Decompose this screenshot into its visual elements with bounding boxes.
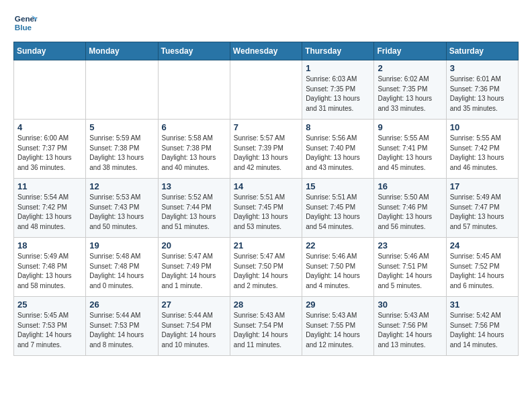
cell-info: Sunrise: 5:51 AMSunset: 7:45 PMDaylight:… [234, 193, 298, 232]
calendar-cell: 15Sunrise: 5:51 AMSunset: 7:45 PMDayligh… [302, 179, 374, 238]
calendar-cell: 4Sunrise: 6:00 AMSunset: 7:37 PMDaylight… [14, 120, 86, 179]
day-number: 28 [234, 300, 298, 310]
logo-icon: General Blue [13, 11, 38, 35]
day-number: 4 [17, 122, 82, 132]
calendar-cell: 23Sunrise: 5:46 AMSunset: 7:51 PMDayligh… [374, 238, 446, 297]
day-number: 1 [306, 63, 370, 73]
calendar-cell: 20Sunrise: 5:47 AMSunset: 7:49 PMDayligh… [158, 238, 230, 297]
week-row-1: 1Sunrise: 6:03 AMSunset: 7:35 PMDaylight… [14, 60, 519, 120]
week-row-4: 18Sunrise: 5:49 AMSunset: 7:48 PMDayligh… [14, 238, 519, 297]
calendar-cell: 6Sunrise: 5:58 AMSunset: 7:38 PMDaylight… [158, 120, 230, 179]
cell-info: Sunrise: 5:44 AMSunset: 7:53 PMDaylight:… [89, 311, 154, 350]
calendar-cell: 25Sunrise: 5:45 AMSunset: 7:53 PMDayligh… [14, 297, 86, 356]
calendar-cell: 12Sunrise: 5:53 AMSunset: 7:43 PMDayligh… [86, 179, 158, 238]
weekday-header-thursday: Thursday [302, 42, 374, 60]
calendar-cell [158, 60, 230, 120]
cell-info: Sunrise: 5:43 AMSunset: 7:55 PMDaylight:… [306, 311, 370, 350]
calendar-cell: 7Sunrise: 5:57 AMSunset: 7:39 PMDaylight… [230, 120, 302, 179]
day-number: 5 [89, 122, 154, 132]
day-number: 23 [378, 240, 442, 250]
cell-info: Sunrise: 5:49 AMSunset: 7:47 PMDaylight:… [450, 193, 515, 232]
calendar-cell: 17Sunrise: 5:49 AMSunset: 7:47 PMDayligh… [446, 179, 518, 238]
day-number: 25 [17, 300, 82, 310]
cell-info: Sunrise: 5:47 AMSunset: 7:50 PMDaylight:… [234, 252, 298, 291]
calendar-cell: 1Sunrise: 6:03 AMSunset: 7:35 PMDaylight… [302, 60, 374, 120]
calendar-header: SundayMondayTuesdayWednesdayThursdayFrid… [14, 42, 519, 60]
calendar-cell: 14Sunrise: 5:51 AMSunset: 7:45 PMDayligh… [230, 179, 302, 238]
cell-info: Sunrise: 5:50 AMSunset: 7:46 PMDaylight:… [378, 193, 442, 232]
svg-text:Blue: Blue [15, 23, 32, 32]
cell-info: Sunrise: 5:42 AMSunset: 7:56 PMDaylight:… [450, 311, 515, 350]
calendar-cell: 21Sunrise: 5:47 AMSunset: 7:50 PMDayligh… [230, 238, 302, 297]
calendar-cell: 22Sunrise: 5:46 AMSunset: 7:50 PMDayligh… [302, 238, 374, 297]
day-number: 27 [162, 300, 226, 310]
cell-info: Sunrise: 5:55 AMSunset: 7:42 PMDaylight:… [450, 134, 515, 173]
day-number: 2 [378, 63, 442, 73]
cell-info: Sunrise: 5:43 AMSunset: 7:54 PMDaylight:… [234, 311, 298, 350]
cell-info: Sunrise: 5:46 AMSunset: 7:51 PMDaylight:… [378, 252, 442, 291]
day-number: 20 [162, 240, 226, 250]
day-number: 12 [89, 181, 154, 191]
calendar-table: SundayMondayTuesdayWednesdayThursdayFrid… [13, 42, 519, 356]
cell-info: Sunrise: 5:56 AMSunset: 7:40 PMDaylight:… [306, 134, 370, 173]
day-number: 13 [162, 181, 226, 191]
day-number: 17 [450, 181, 515, 191]
cell-info: Sunrise: 5:46 AMSunset: 7:50 PMDaylight:… [306, 252, 370, 291]
weekday-header-sunday: Sunday [14, 42, 86, 60]
week-row-2: 4Sunrise: 6:00 AMSunset: 7:37 PMDaylight… [14, 120, 519, 179]
week-row-5: 25Sunrise: 5:45 AMSunset: 7:53 PMDayligh… [14, 297, 519, 356]
weekday-row: SundayMondayTuesdayWednesdayThursdayFrid… [14, 42, 519, 60]
calendar-cell: 28Sunrise: 5:43 AMSunset: 7:54 PMDayligh… [230, 297, 302, 356]
day-number: 21 [234, 240, 298, 250]
day-number: 19 [89, 240, 154, 250]
weekday-header-monday: Monday [86, 42, 158, 60]
cell-info: Sunrise: 5:54 AMSunset: 7:42 PMDaylight:… [17, 193, 82, 232]
day-number: 29 [306, 300, 370, 310]
cell-info: Sunrise: 5:49 AMSunset: 7:48 PMDaylight:… [17, 252, 82, 291]
cell-info: Sunrise: 5:47 AMSunset: 7:49 PMDaylight:… [162, 252, 226, 291]
day-number: 15 [306, 181, 370, 191]
calendar-cell: 19Sunrise: 5:48 AMSunset: 7:48 PMDayligh… [86, 238, 158, 297]
cell-info: Sunrise: 6:03 AMSunset: 7:35 PMDaylight:… [306, 75, 370, 113]
calendar-cell: 13Sunrise: 5:52 AMSunset: 7:44 PMDayligh… [158, 179, 230, 238]
calendar-cell [86, 60, 158, 120]
weekday-header-friday: Friday [374, 42, 446, 60]
calendar-cell: 26Sunrise: 5:44 AMSunset: 7:53 PMDayligh… [86, 297, 158, 356]
day-number: 14 [234, 181, 298, 191]
cell-info: Sunrise: 5:45 AMSunset: 7:53 PMDaylight:… [17, 311, 82, 350]
calendar-cell: 8Sunrise: 5:56 AMSunset: 7:40 PMDaylight… [302, 120, 374, 179]
day-number: 7 [234, 122, 298, 132]
day-number: 6 [162, 122, 226, 132]
day-number: 3 [450, 63, 515, 73]
weekday-header-saturday: Saturday [446, 42, 518, 60]
cell-info: Sunrise: 5:45 AMSunset: 7:52 PMDaylight:… [450, 252, 515, 291]
calendar-cell: 31Sunrise: 5:42 AMSunset: 7:56 PMDayligh… [446, 297, 518, 356]
calendar-cell [230, 60, 302, 120]
calendar-cell: 18Sunrise: 5:49 AMSunset: 7:48 PMDayligh… [14, 238, 86, 297]
day-number: 31 [450, 300, 515, 310]
logo: General Blue [13, 11, 38, 35]
day-number: 26 [89, 300, 154, 310]
weekday-header-tuesday: Tuesday [158, 42, 230, 60]
calendar-cell: 24Sunrise: 5:45 AMSunset: 7:52 PMDayligh… [446, 238, 518, 297]
week-row-3: 11Sunrise: 5:54 AMSunset: 7:42 PMDayligh… [14, 179, 519, 238]
cell-info: Sunrise: 5:52 AMSunset: 7:44 PMDaylight:… [162, 193, 226, 232]
day-number: 16 [378, 181, 442, 191]
day-number: 24 [450, 240, 515, 250]
day-number: 22 [306, 240, 370, 250]
calendar-cell: 16Sunrise: 5:50 AMSunset: 7:46 PMDayligh… [374, 179, 446, 238]
cell-info: Sunrise: 5:53 AMSunset: 7:43 PMDaylight:… [89, 193, 154, 232]
svg-text:General: General [15, 14, 38, 23]
calendar-cell: 5Sunrise: 5:59 AMSunset: 7:38 PMDaylight… [86, 120, 158, 179]
weekday-header-wednesday: Wednesday [230, 42, 302, 60]
cell-info: Sunrise: 6:02 AMSunset: 7:35 PMDaylight:… [378, 75, 442, 113]
calendar-cell: 11Sunrise: 5:54 AMSunset: 7:42 PMDayligh… [14, 179, 86, 238]
calendar-cell: 27Sunrise: 5:44 AMSunset: 7:54 PMDayligh… [158, 297, 230, 356]
day-number: 8 [306, 122, 370, 132]
day-number: 11 [17, 181, 82, 191]
page-header: General Blue [13, 11, 519, 35]
cell-info: Sunrise: 6:01 AMSunset: 7:36 PMDaylight:… [450, 75, 515, 113]
calendar-cell: 29Sunrise: 5:43 AMSunset: 7:55 PMDayligh… [302, 297, 374, 356]
calendar-cell: 3Sunrise: 6:01 AMSunset: 7:36 PMDaylight… [446, 60, 518, 120]
day-number: 10 [450, 122, 515, 132]
